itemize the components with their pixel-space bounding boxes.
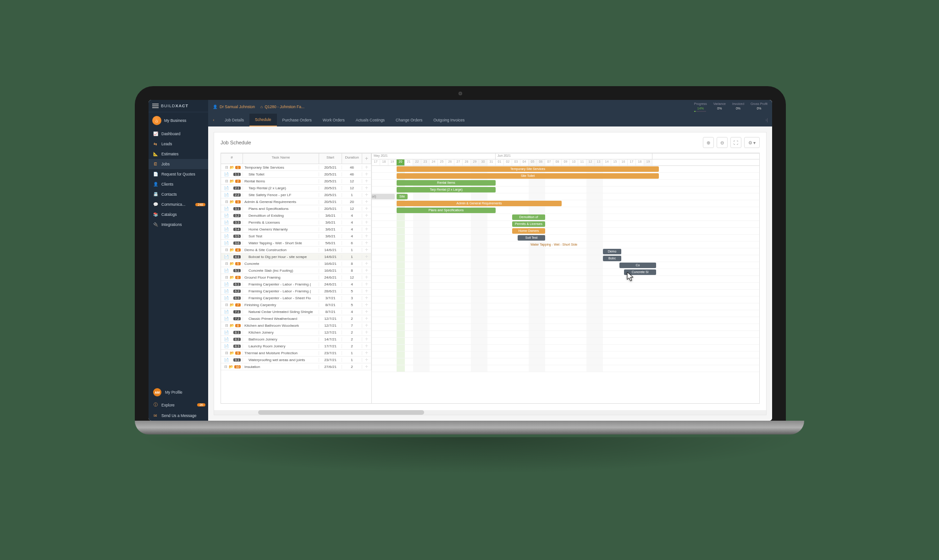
add-subtask-icon[interactable]: + — [362, 336, 371, 342]
day-cell[interactable]: 28 — [463, 159, 471, 165]
gantt-bar[interactable]: Demo — [603, 249, 621, 254]
bar-row[interactable]: Home Owners Warran — [372, 228, 759, 235]
day-cell[interactable]: 08 — [553, 159, 562, 165]
day-cell[interactable]: 03 — [512, 159, 520, 165]
bar-row[interactable]: Soil Test — [372, 235, 759, 242]
task-row[interactable]: 📄2.1Tarp Rental (2 x Large)20/5/2112+ — [221, 185, 371, 192]
day-cell[interactable]: 19 — [644, 159, 652, 165]
tab-schedule[interactable]: Schedule — [249, 114, 276, 126]
bar-row[interactable]: Plans and Specifications — [372, 207, 759, 214]
day-cell[interactable]: 20 — [397, 159, 405, 165]
day-cell[interactable]: 06 — [537, 159, 545, 165]
add-subtask-icon[interactable]: + — [362, 233, 371, 239]
collapse-icon[interactable]: ⊟ — [225, 200, 229, 204]
day-cell[interactable]: 24 — [430, 159, 438, 165]
day-cell[interactable]: 26 — [446, 159, 454, 165]
bar-row[interactable]: Permits & Licenses — [372, 221, 759, 228]
nav-jobs[interactable]: 🗓Jobs — [149, 159, 208, 169]
zoom-in-icon[interactable]: ⊕ — [703, 137, 714, 148]
collapse-icon[interactable]: ⊟ — [224, 365, 228, 369]
add-subtask-icon[interactable]: + — [362, 302, 371, 308]
gantt-bar[interactable]: Co — [619, 263, 656, 268]
crumb-job[interactable]: ⌂ Q1280 - Johnston Fa... — [260, 104, 304, 109]
day-cell[interactable]: 13 — [595, 159, 603, 165]
settings-gear-icon[interactable]: ⚙ ▾ — [744, 137, 760, 148]
add-subtask-icon[interactable]: + — [362, 274, 371, 280]
add-subtask-icon[interactable]: + — [362, 329, 371, 335]
gantt-bar[interactable]: Demolition of Existing — [512, 214, 545, 220]
day-cell[interactable]: 25 — [438, 159, 446, 165]
day-cell[interactable]: 23 — [421, 159, 430, 165]
bar-row[interactable] — [372, 276, 759, 283]
task-row[interactable]: 📄3.6Water Tapping - Wet - Short Side5/6/… — [221, 240, 371, 247]
day-cell[interactable]: 09 — [562, 159, 570, 165]
h-scrollbar[interactable] — [214, 410, 766, 415]
bar-row[interactable]: Temporary Site Services — [372, 166, 759, 173]
nav-dashboard[interactable]: 📈Dashboard — [149, 129, 208, 139]
add-subtask-icon[interactable]: + — [362, 357, 371, 363]
add-subtask-icon[interactable]: + — [362, 219, 371, 225]
task-row[interactable]: 📄4.1Bobcat to Dig per Hour - site scrape… — [221, 253, 371, 260]
add-subtask-icon[interactable]: + — [362, 295, 371, 301]
add-subtask-icon[interactable]: + — [362, 247, 371, 253]
collapse-icon[interactable]: ⊟ — [225, 165, 229, 170]
gantt-bar[interactable]: Bobc — [603, 256, 621, 261]
add-subtask-icon[interactable]: + — [362, 343, 371, 349]
collapse-icon[interactable]: ⊟ — [225, 262, 229, 266]
task-row[interactable]: 📄1.1Site Toilet20/5/2146+ — [221, 171, 371, 178]
collapse-icon[interactable]: ⊟ — [225, 303, 229, 307]
tab-purchase-orders[interactable]: Purchase Orders — [277, 114, 317, 126]
bar-row[interactable]: Demo — [372, 248, 759, 255]
gantt-bar[interactable]: Admin & General Requirements — [397, 201, 562, 206]
gantt-bar[interactable]: Plans and Specifications — [397, 208, 496, 213]
tab-forward-icon[interactable]: ›| — [761, 118, 772, 122]
add-subtask-icon[interactable]: + — [362, 281, 371, 287]
bar-row[interactable] — [372, 365, 759, 372]
botnav-explore[interactable]: ⓘExplore26 — [149, 399, 208, 411]
bar-row[interactable] — [372, 283, 759, 290]
day-cell[interactable]: 01 — [496, 159, 504, 165]
add-subtask-icon[interactable]: + — [362, 322, 371, 329]
task-row[interactable]: 📄8.3Laundry Room Joinery17/7/212+ — [221, 343, 371, 350]
task-row[interactable]: 📄8.2Bathroom Joinery14/7/212+ — [221, 336, 371, 343]
gantt-bar[interactable]: Soil Test — [518, 235, 545, 241]
day-cell[interactable]: 05 — [529, 159, 537, 165]
day-cell[interactable]: 27 — [454, 159, 463, 165]
bar-row[interactable] — [372, 303, 759, 310]
day-cell[interactable]: 19 — [388, 159, 397, 165]
day-cell[interactable]: 18 — [380, 159, 388, 165]
task-row[interactable]: 📄3.3Permits & Licenses3/6/214+ — [221, 219, 371, 226]
collapse-icon[interactable]: ⊟ — [225, 275, 229, 280]
bar-row[interactable]: Admin & General Requirements — [372, 200, 759, 207]
gantt-bar[interactable]: Home Owners Warran — [512, 228, 545, 234]
bar-row[interactable]: Tarp Rental (2 x Large) — [372, 187, 759, 193]
add-subtask-icon[interactable]: + — [362, 212, 371, 219]
bar-row[interactable] — [372, 296, 759, 303]
day-cell[interactable]: 17 — [372, 159, 380, 165]
task-row[interactable]: ⊟📂9Thermal and Moisture Protection23/7/2… — [221, 350, 371, 357]
day-cell[interactable]: 02 — [504, 159, 512, 165]
bar-row[interactable] — [372, 290, 759, 296]
day-cell[interactable]: 31 — [487, 159, 496, 165]
gantt-bar[interactable]: Site S — [397, 194, 408, 199]
task-row[interactable]: ⊟📂7Finishing Carpentry8/7/215+ — [221, 302, 371, 308]
bar-row[interactable] — [372, 310, 759, 317]
add-subtask-icon[interactable]: + — [362, 192, 371, 198]
add-subtask-icon[interactable]: + — [362, 178, 371, 184]
fullscreen-icon[interactable]: ⛶ — [730, 137, 741, 148]
my-business[interactable]: ⌂ My Business — [149, 112, 208, 129]
tab-job-details[interactable]: Job Details — [219, 114, 249, 126]
bar-row[interactable]: Bobc — [372, 255, 759, 262]
bar-row[interactable] — [372, 351, 759, 358]
nav-leads[interactable]: ⇆Leads — [149, 139, 208, 149]
bar-row[interactable] — [372, 358, 759, 365]
add-subtask-icon[interactable]: + — [362, 350, 371, 356]
task-row[interactable]: ⊟📂1Temporary Site Services20/5/2146+ — [221, 164, 371, 171]
task-row[interactable]: 📄3.4Home Owners Warranty3/6/214+ — [221, 226, 371, 233]
add-subtask-icon[interactable]: + — [362, 253, 371, 260]
bar-row[interactable] — [372, 345, 759, 351]
nav-estimates[interactable]: 📐Estimates — [149, 149, 208, 159]
day-cell[interactable]: 07 — [545, 159, 553, 165]
bar-row[interactable] — [372, 317, 759, 324]
add-subtask-icon[interactable]: + — [362, 260, 371, 267]
